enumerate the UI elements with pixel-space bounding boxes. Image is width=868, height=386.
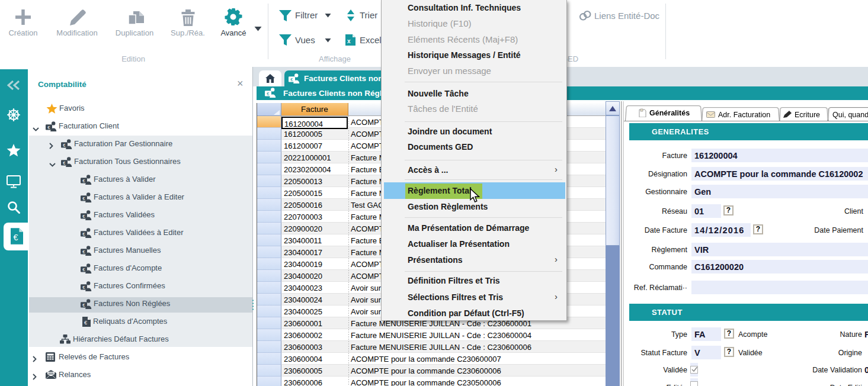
svg-text:€: € xyxy=(82,303,85,307)
svg-text:€: € xyxy=(82,197,85,201)
svg-text:€: € xyxy=(82,232,85,236)
svg-text:€: € xyxy=(14,233,18,242)
svg-text:€: € xyxy=(47,126,50,130)
svg-text:€: € xyxy=(63,143,65,147)
svg-text:x: x xyxy=(347,38,351,44)
svg-text:€: € xyxy=(267,92,269,96)
svg-text:€: € xyxy=(82,250,85,254)
svg-text:€: € xyxy=(82,268,85,272)
svg-text:€: € xyxy=(63,161,65,165)
svg-text:€: € xyxy=(84,320,87,326)
svg-text:€: € xyxy=(290,78,293,82)
svg-text:€: € xyxy=(82,214,85,218)
svg-text:€: € xyxy=(82,179,85,183)
svg-text:€: € xyxy=(82,285,85,290)
